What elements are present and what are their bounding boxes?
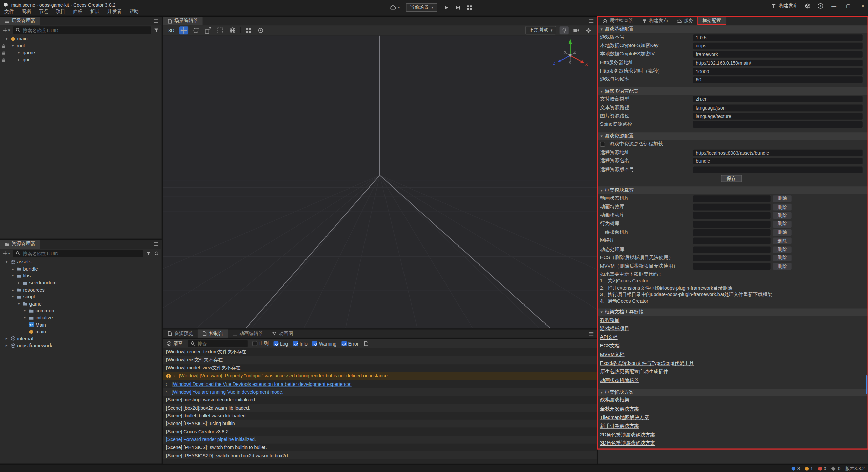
tab-scene-editor[interactable]: 场景编辑器	[163, 17, 202, 25]
asset-node[interactable]: ▸seedrandom	[0, 279, 162, 287]
expand-arrow-icon[interactable]: ▸	[17, 51, 21, 55]
section-header[interactable]: ▾框架模块裁剪	[598, 186, 868, 194]
section-header[interactable]: ▾游戏基础配置	[598, 25, 868, 33]
console-search-input[interactable]	[198, 341, 245, 346]
asset-node[interactable]: ▸initialize	[0, 314, 162, 321]
console-log-row[interactable]: [Scene] [PHYSICS2D]: switch from box2d-w…	[163, 451, 597, 459]
section-header[interactable]: ▾游戏资源配置	[598, 132, 868, 140]
maximize-button[interactable]: ▢	[845, 3, 852, 9]
doc-link[interactable]: 3D角色扮演游戏解决方案	[600, 440, 655, 447]
inspector-input[interactable]	[693, 158, 863, 165]
expand-arrow-icon[interactable]: ›	[166, 389, 170, 395]
view-gizmo[interactable]: X Z	[553, 39, 588, 66]
light-toggle-button[interactable]	[560, 26, 569, 34]
minimize-button[interactable]: —	[830, 3, 837, 9]
warning-count-badge[interactable]: 1	[805, 466, 813, 471]
filter-error-checkbox[interactable]: Error	[341, 341, 358, 346]
expand-arrow-icon[interactable]: ▸	[11, 267, 15, 271]
doc-link[interactable]: API文档	[600, 334, 618, 341]
export-log-icon[interactable]	[363, 341, 369, 346]
doc-link[interactable]: MVVM文档	[600, 352, 625, 358]
collapse-arrow-icon[interactable]: ▾	[4, 37, 9, 41]
doc-link[interactable]: 原生包热更新配置自动生成插件	[600, 369, 668, 376]
inspector-input[interactable]	[693, 77, 863, 83]
menu-item-6[interactable]: 开发者	[103, 8, 125, 15]
doc-link[interactable]: 新手引导解决方案	[600, 423, 639, 430]
inspector-input[interactable]	[693, 113, 863, 120]
hierarchy-node[interactable]: ▾main	[0, 35, 162, 42]
refresh-icon[interactable]	[154, 251, 159, 256]
tab-service[interactable]: 服务	[672, 17, 698, 25]
menu-item-0[interactable]: 文件	[1, 8, 18, 15]
filter-icon[interactable]	[146, 251, 151, 256]
collapse-arrow-icon[interactable]: ▾	[11, 44, 15, 48]
snap-settings-button[interactable]	[244, 26, 253, 34]
collapse-arrow-icon[interactable]: ▾	[17, 302, 21, 306]
inspector-input[interactable]	[693, 150, 863, 156]
console-log-row[interactable]: ›[Window] Download the Vue Devtools exte…	[163, 380, 597, 388]
console-log-row[interactable]: [Window] render_texture文件夹不存在	[163, 348, 597, 356]
rotate-tool-button[interactable]	[192, 26, 200, 34]
console-log-row[interactable]: [Scene] [PHYSICS]: switch from builtin t…	[163, 444, 597, 451]
delete-module-button[interactable]: 删除	[773, 221, 792, 228]
package-icon[interactable]	[805, 3, 810, 9]
inspector-input[interactable]	[693, 34, 863, 41]
scene-gear-button[interactable]	[584, 26, 593, 34]
section-header[interactable]: ▾框架解决方案	[598, 388, 868, 396]
console-log-row[interactable]: ›[Window] You are running Vue in develop…	[163, 388, 597, 396]
console-log-row[interactable]: [Window] model_view文件夹不存在	[163, 364, 597, 372]
filter-info-checkbox[interactable]: Info	[293, 341, 308, 346]
tab-assets[interactable]: 资源管理器	[0, 240, 40, 249]
console-log-row[interactable]: [Window] ecs文件夹不存在	[163, 356, 597, 364]
clear-console-button[interactable]: 清空	[166, 340, 182, 347]
tab-console[interactable]: 控制台	[198, 329, 228, 337]
doc-link[interactable]: 2D角色扮演游戏解决方案	[600, 432, 655, 438]
menu-item-3[interactable]: 项目	[52, 8, 69, 15]
menu-item-4[interactable]: 面板	[69, 8, 86, 15]
inspector-input[interactable]	[693, 43, 863, 50]
inspector-input[interactable]	[693, 60, 863, 66]
move-tool-button[interactable]	[179, 26, 188, 34]
asset-node[interactable]: ▸oops-framework	[0, 342, 162, 349]
notification-badge[interactable]: 0	[831, 466, 840, 471]
hierarchy-search[interactable]	[13, 26, 151, 34]
inspector-input[interactable]	[693, 121, 863, 128]
log-count-badge[interactable]: 3	[792, 466, 800, 471]
tab-asset-preview[interactable]: 资源预览	[163, 329, 198, 337]
expand-arrow-icon[interactable]: ▸	[11, 288, 15, 292]
collapse-arrow-icon[interactable]: ▾	[11, 274, 15, 278]
inspector-input[interactable]	[693, 166, 863, 173]
doc-link[interactable]: Tiledmap地图解决方案	[600, 414, 649, 421]
panel-menu-icon[interactable]	[589, 18, 594, 24]
asset-node[interactable]: ▸internal	[0, 335, 162, 342]
expand-arrow-icon[interactable]: ▸	[4, 343, 9, 348]
hierarchy-node[interactable]: ▸gui	[0, 56, 162, 63]
rect-tool-button[interactable]	[216, 26, 225, 34]
expand-arrow-icon[interactable]: ›	[166, 381, 170, 387]
expand-arrow-icon[interactable]: ▸	[23, 309, 27, 313]
assets-search[interactable]	[13, 250, 143, 257]
expand-arrow-icon[interactable]: ▸	[4, 336, 9, 341]
transform-space-button[interactable]	[228, 26, 237, 34]
console-search[interactable]	[188, 340, 247, 347]
save-button[interactable]: 保存	[721, 175, 742, 182]
asset-node[interactable]: ▾assets	[0, 258, 162, 266]
panel-menu-icon[interactable]	[153, 18, 159, 24]
console-log-row[interactable]: [Scene] meshopt wasm decoder initialized	[163, 396, 597, 404]
help-icon[interactable]: ?	[817, 3, 823, 9]
error-count-badge[interactable]: 0	[818, 466, 826, 471]
tab-animation-editor[interactable]: 动画编辑器	[228, 329, 268, 337]
section-header[interactable]: ▾游戏多语言配置	[598, 87, 868, 95]
delete-module-button[interactable]: 删除	[773, 263, 792, 270]
collapse-arrow-icon[interactable]: ▾	[4, 260, 9, 264]
hierarchy-node[interactable]: ▾root	[0, 42, 162, 50]
inspector-checkbox[interactable]	[600, 142, 605, 147]
console-log-row[interactable]: [Scene] [PHYSICS]: using builtin.	[163, 420, 597, 428]
scale-tool-button[interactable]	[204, 26, 213, 34]
tab-animation-graph[interactable]: 动画图	[268, 329, 298, 337]
inspector-input[interactable]	[693, 51, 863, 58]
regex-checkbox[interactable]: 正则	[252, 340, 268, 347]
expand-arrow-icon[interactable]: ›	[173, 373, 177, 379]
expand-arrow-icon[interactable]: ▸	[17, 58, 21, 62]
asset-node[interactable]: ▾script	[0, 293, 162, 300]
